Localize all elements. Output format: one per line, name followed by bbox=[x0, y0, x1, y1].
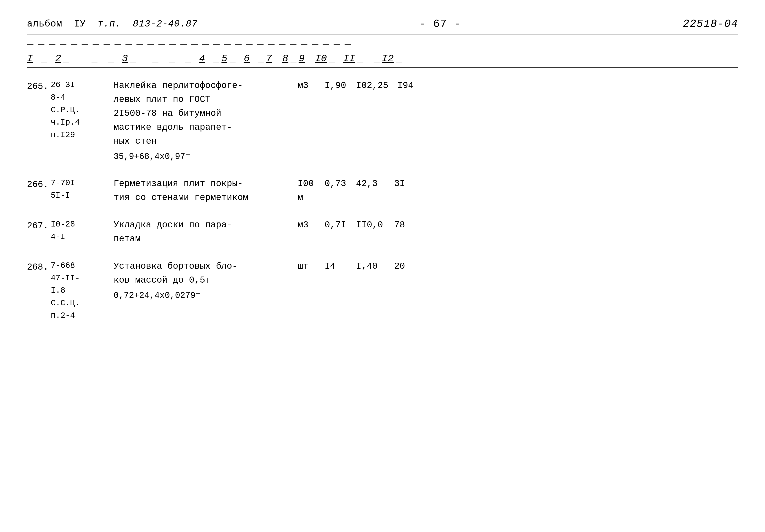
entry-268-val1: I4 bbox=[325, 260, 352, 273]
entry-267-val1: 0,7I bbox=[325, 218, 352, 232]
entry-265-val1: I,90 bbox=[325, 79, 352, 93]
entry-265: 265. 26-3I8-4С.Р.Ц.ч.Ip.4п.I29 Наклейка … bbox=[27, 79, 738, 164]
col-num-10: I0 bbox=[315, 53, 327, 64]
entry-267-code: I0-284-I bbox=[51, 218, 109, 243]
col-num-6: 6 bbox=[244, 53, 250, 64]
entry-267-desc: Укладка доски по пара-петам bbox=[114, 218, 293, 246]
entry-268: 268. 7-66847-II-I.8С.С.Ц.п.2-4 Установка… bbox=[27, 260, 738, 322]
column-numbers-row: I _ 2 _ _ _ 3 _ _ _ _ 4 _ 5 _ 6 _ 7 8 _ … bbox=[27, 53, 738, 68]
col-num-4: 4 bbox=[199, 53, 205, 64]
dash-row: — — — — — — — — — — — — — — — — — — — — … bbox=[27, 39, 738, 51]
col-num-2: 2 bbox=[55, 53, 61, 64]
entry-267-num: 267. bbox=[27, 219, 49, 233]
header-right: 22518-04 bbox=[683, 18, 738, 30]
col-num-3: 3 bbox=[122, 53, 128, 64]
entry-265-val2: I02,25 bbox=[356, 79, 388, 93]
col-num-7: 7 bbox=[266, 53, 272, 64]
album-volume: IУ bbox=[74, 19, 86, 29]
entry-268-val3: 20 bbox=[394, 260, 421, 273]
entry-268-code: 7-66847-II-I.8С.С.Ц.п.2-4 bbox=[51, 260, 109, 322]
entry-268-val2: I,40 bbox=[356, 260, 385, 273]
entry-268-formula: 0,72+24,4x0,0279= bbox=[114, 289, 293, 302]
header-center: - 67 - bbox=[419, 18, 461, 30]
header-left: альбом IУ т.п. 813-2-40.87 bbox=[27, 19, 198, 29]
entry-265-num: 265. bbox=[27, 80, 49, 94]
col-num-12: I2 bbox=[382, 53, 394, 64]
entry-268-desc: Установка бортовых бло-ков массой до 0,5… bbox=[114, 260, 293, 302]
page: альбом IУ т.п. 813-2-40.87 - 67 - 22518-… bbox=[0, 0, 765, 532]
entry-266-val1: 0,73 bbox=[325, 177, 352, 191]
entry-267-unit: м3 bbox=[298, 218, 322, 232]
col-num-8: 8 bbox=[283, 53, 288, 64]
entry-266-val2: 42,3 bbox=[356, 177, 385, 191]
entry-266-desc: Герметизация плит покры-тия со стенами г… bbox=[114, 177, 293, 205]
album-label: альбом bbox=[27, 19, 62, 29]
entry-266-num: 266. bbox=[27, 178, 49, 192]
album-tp: т.п. bbox=[98, 19, 121, 29]
entry-267-val3: 78 bbox=[394, 218, 421, 232]
entry-266: 266. 7-70I5I-I Герметизация плит покры-т… bbox=[27, 177, 738, 205]
col-num-5: 5 bbox=[222, 53, 227, 64]
entry-266-unit: I00м bbox=[298, 177, 322, 205]
top-divider bbox=[27, 35, 738, 35]
page-header: альбом IУ т.п. 813-2-40.87 - 67 - 22518-… bbox=[27, 18, 738, 30]
entry-267-val2: II0,0 bbox=[356, 218, 385, 232]
entry-265-unit: м3 bbox=[298, 79, 322, 93]
entry-266-code: 7-70I5I-I bbox=[51, 177, 109, 202]
entry-265-val3: I94 bbox=[397, 79, 424, 93]
album-code: 813-2-40.87 bbox=[133, 19, 198, 29]
col-num-1: I bbox=[27, 53, 33, 64]
col-num-9: 9 bbox=[299, 53, 305, 64]
entry-265-formula: 35,9+68,4x0,97= bbox=[114, 150, 293, 164]
col-num-11: II bbox=[343, 53, 355, 64]
entry-265-desc: Наклейка перлитофосфоге-левых плит по ГО… bbox=[114, 79, 293, 164]
entry-267: 267. I0-284-I Укладка доски по пара-пета… bbox=[27, 218, 738, 246]
entry-268-unit: шт bbox=[298, 260, 322, 273]
entry-268-num: 268. bbox=[27, 261, 49, 274]
entry-266-val3: 3I bbox=[394, 177, 421, 191]
entry-265-code: 26-3I8-4С.Р.Ц.ч.Ip.4п.I29 bbox=[51, 79, 109, 142]
